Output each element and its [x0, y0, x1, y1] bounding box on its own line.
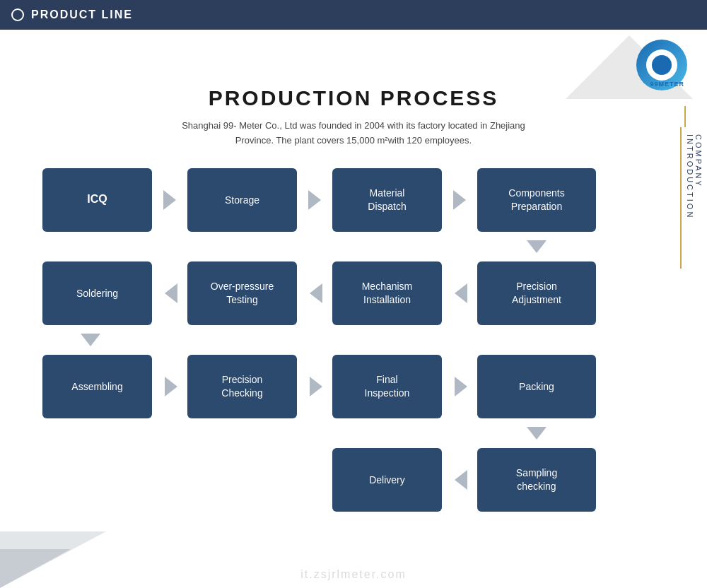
arrow-components-precision-adj — [517, 236, 556, 257]
box-over-pressure-testing: Over-pressure Testing — [187, 261, 297, 325]
header-title: PRODUCT LINE — [31, 8, 133, 21]
box-soldering: Soldering — [42, 261, 152, 325]
flow-diagram: ICQ Storage Material Dispatch Components… — [28, 168, 679, 536]
header-bar: PRODUCT LINE — [0, 0, 707, 30]
box-components-preparation: Components Preparation — [477, 168, 596, 232]
arrow-overpressure-soldering — [156, 284, 187, 302]
box-precision-adjustment: Precision Adjustment — [477, 261, 596, 325]
arrow-soldering-assembling — [71, 329, 110, 351]
bottom-triangle-small — [0, 549, 71, 588]
box-icq: ICQ — [42, 168, 152, 232]
box-delivery: Delivery — [332, 448, 442, 512]
arrow-precision-adj-mechanism — [445, 284, 477, 302]
box-precision-checking: Precision Checking — [187, 355, 297, 418]
arrow-final-packing — [445, 377, 477, 396]
arrow-dispatch-components — [445, 191, 474, 209]
box-mechanism-installation: Mechanism Installation — [332, 261, 442, 325]
arrow-precision-checking-final — [300, 377, 332, 396]
box-material-dispatch: Material Dispatch — [332, 168, 442, 232]
box-final-inspection: Final Inspection — [332, 355, 442, 418]
arrow-mechanism-overpressure — [300, 284, 332, 302]
box-sampling-checking: Sampling checking — [477, 448, 596, 512]
subtitle: Shanghai 99- Meter Co., Ltd was founded … — [28, 119, 679, 148]
arrow-sampling-delivery — [445, 471, 477, 489]
header-circle-icon — [11, 8, 24, 21]
page-title: PRODUCTION PROCESS — [28, 86, 679, 110]
arrow-packing-sampling — [517, 423, 556, 444]
main-content: PRODUCTION PROCESS Shanghai 99- Meter Co… — [0, 30, 707, 543]
box-assembling: Assembling — [42, 355, 152, 418]
box-packing: Packing — [477, 355, 596, 418]
watermark: it.zsjrlmeter.com — [300, 568, 407, 581]
box-storage: Storage — [187, 168, 297, 232]
arrow-storage-dispatch — [300, 191, 329, 209]
arrow-icq-storage — [156, 191, 184, 209]
arrow-assembling-precision-checking — [156, 377, 187, 396]
